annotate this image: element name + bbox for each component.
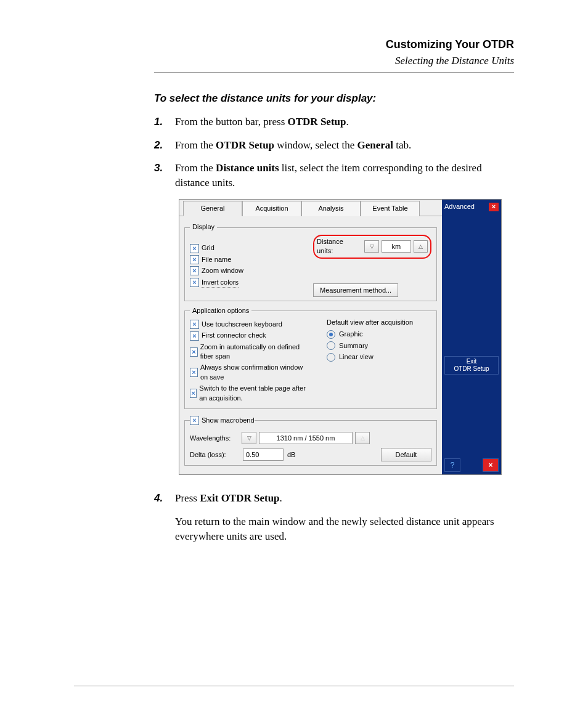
checkbox-grid[interactable]: ×: [190, 244, 199, 253]
wavelengths-label: Wavelengths:: [190, 434, 239, 443]
distance-units-increment[interactable]: △: [414, 240, 428, 253]
advanced-label: Advanced: [444, 202, 475, 211]
step-1: 1. From the button bar, press OTDR Setup…: [154, 115, 514, 129]
label-invert-colors: Invert colors: [202, 278, 239, 288]
step-text: Press Exit OTDR Setup. You return to the…: [175, 491, 514, 543]
step-2: 2. From the OTDR Setup window, select th…: [154, 138, 514, 153]
distance-units-decrement[interactable]: ▽: [364, 240, 378, 253]
step-3: 3. From the Distance units list, select …: [154, 161, 514, 190]
distance-units-label: Distance units:: [317, 237, 359, 256]
step-text: From the Distance units list, select the…: [175, 161, 514, 190]
tab-acquisition[interactable]: Acquisition: [242, 201, 301, 216]
checkbox-event-table-after-acq[interactable]: ×: [190, 389, 197, 398]
wavelengths-value: 1310 nm / 1550 nm: [259, 432, 353, 444]
checkbox-show-macrobend[interactable]: ×: [190, 416, 199, 425]
wavelengths-increment[interactable]: △: [355, 432, 370, 444]
footer-rule: [74, 686, 514, 686]
step-number: 1.: [154, 115, 168, 129]
step-text: From the button bar, press OTDR Setup.: [175, 115, 514, 129]
close-icon[interactable]: ×: [489, 203, 499, 211]
delta-loss-value[interactable]: 0.50: [243, 448, 284, 461]
exit-otdr-setup-button[interactable]: Exit OTDR Setup: [444, 356, 499, 375]
distance-units-value: km: [382, 240, 411, 253]
measurement-method-button[interactable]: Measurement method...: [313, 283, 398, 297]
step-text: From the OTDR Setup window, select the G…: [175, 138, 514, 153]
checkbox-touchscreen-keyboard[interactable]: ×: [190, 320, 199, 329]
tab-general[interactable]: General: [183, 201, 242, 216]
otdr-setup-screenshot: General Acquisition Analysis Event Table…: [179, 199, 502, 475]
display-legend: Display: [190, 222, 217, 232]
procedure-heading: To select the distance units for your di…: [154, 91, 514, 106]
label-zoom-window: Zoom window: [202, 266, 243, 275]
application-options-group: Application options ×Use touchscreen key…: [184, 306, 437, 410]
step-text: You return to the main window and the ne…: [175, 514, 514, 544]
default-view-label: Default view after acquisition: [327, 318, 431, 327]
label-grid: Grid: [202, 243, 214, 253]
help-icon[interactable]: ?: [444, 458, 460, 472]
radio-summary[interactable]: [327, 341, 335, 350]
label-filename: File name: [202, 255, 231, 264]
app-options-legend: Application options: [190, 306, 251, 315]
checkbox-zoom-auto-fiber-span[interactable]: ×: [190, 347, 198, 357]
radio-graphic[interactable]: [327, 330, 335, 339]
checkbox-invert-colors[interactable]: ×: [190, 278, 199, 287]
tab-analysis[interactable]: Analysis: [301, 201, 361, 216]
step-number: 4.: [154, 491, 168, 543]
label-show-macrobend: Show macrobend: [202, 416, 255, 425]
doc-section-title: Customizing Your OTDR: [154, 37, 514, 52]
display-group: Display ×Grid ×File name ×Zoom window ×I…: [184, 222, 437, 301]
tab-event-table[interactable]: Event Table: [361, 201, 420, 216]
checkbox-filename[interactable]: ×: [190, 255, 199, 264]
distance-units-highlight: Distance units: ▽ km △: [313, 235, 431, 259]
step-number: 2.: [154, 138, 168, 153]
step-number: 3.: [154, 161, 168, 190]
header-rule: [154, 72, 514, 73]
delta-loss-unit: dB: [287, 450, 295, 460]
checkbox-confirmation-on-save[interactable]: ×: [190, 368, 198, 377]
wavelengths-decrement[interactable]: ▽: [242, 432, 256, 444]
radio-linear-view[interactable]: [327, 353, 335, 362]
delta-loss-label: Delta (loss):: [190, 450, 239, 460]
doc-section-subtitle: Selecting the Distance Units: [154, 54, 514, 68]
default-button[interactable]: Default: [381, 448, 431, 461]
checkbox-zoom-window[interactable]: ×: [190, 266, 199, 275]
checkbox-first-connector-check[interactable]: ×: [190, 331, 199, 341]
macrobend-group: ×Show macrobend Wavelengths: ▽ 1310 nm /…: [184, 414, 437, 466]
close-icon[interactable]: ×: [483, 458, 499, 472]
step-4: 4. Press Exit OTDR Setup. You return to …: [154, 491, 514, 543]
